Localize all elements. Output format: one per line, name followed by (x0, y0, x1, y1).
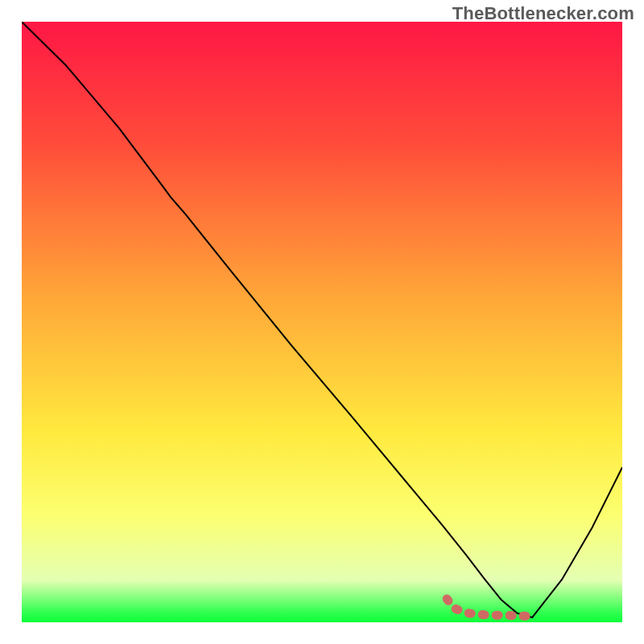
baseline-optimal-zone (456, 609, 458, 609)
gradient-background (22, 22, 622, 622)
watermark-label: TheBottlenecker.com (452, 3, 634, 24)
bottleneck-chart (0, 0, 644, 644)
chart-stage: TheBottlenecker.com (0, 0, 644, 644)
baseline-optimal-zone (447, 599, 448, 601)
